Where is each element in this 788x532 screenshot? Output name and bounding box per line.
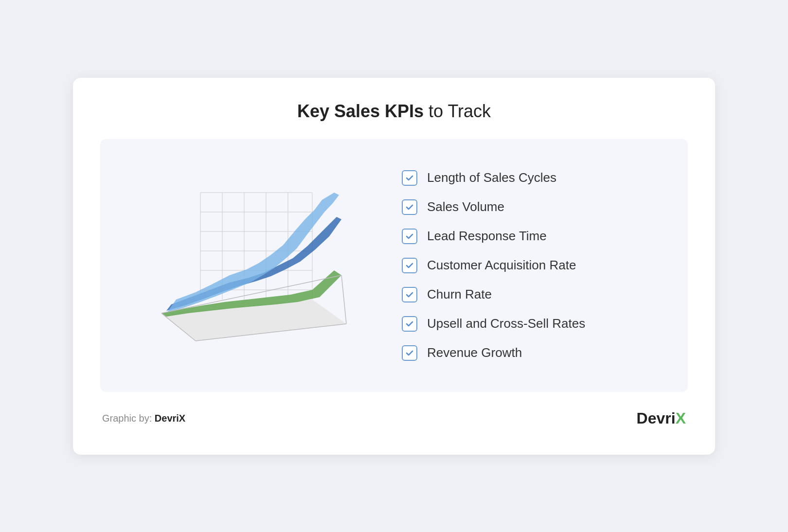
kpi-label-length-sales-cycles: Length of Sales Cycles — [427, 170, 556, 185]
kpi-label-sales-volume: Sales Volume — [427, 199, 504, 214]
logo-text: Devri — [637, 409, 676, 427]
check-box-length-sales-cycles — [402, 170, 417, 186]
chart-area — [127, 173, 371, 358]
chart-container — [132, 173, 366, 358]
main-card: Key Sales KPIs to Track — [73, 78, 715, 455]
kpi-item-length-sales-cycles: Length of Sales Cycles — [402, 170, 661, 186]
floor-line-right — [341, 275, 346, 324]
check-icon-length-sales-cycles — [405, 174, 414, 182]
check-box-upsell-cross-sell-rates — [402, 316, 417, 332]
check-box-revenue-growth — [402, 345, 417, 361]
kpi-item-revenue-growth: Revenue Growth — [402, 345, 661, 361]
kpi-label-customer-acquisition-rate: Customer Acquisition Rate — [427, 258, 576, 273]
check-icon-lead-response-time — [405, 232, 414, 241]
check-box-lead-response-time — [402, 229, 417, 244]
kpi-label-upsell-cross-sell-rates: Upsell and Cross-Sell Rates — [427, 316, 585, 331]
kpi-label-lead-response-time: Lead Response Time — [427, 229, 547, 244]
check-box-customer-acquisition-rate — [402, 258, 417, 273]
page-title: Key Sales KPIs to Track — [100, 101, 688, 122]
check-box-sales-volume — [402, 199, 417, 215]
kpi-item-churn-rate: Churn Rate — [402, 287, 661, 302]
logo-x: X — [676, 409, 686, 427]
check-icon-upsell-cross-sell-rates — [405, 319, 414, 328]
kpi-item-lead-response-time: Lead Response Time — [402, 229, 661, 244]
kpi-list: Length of Sales Cycles Sales Volume Lead… — [402, 170, 661, 361]
footer-credit: Graphic by: DevriX — [102, 413, 185, 424]
kpi-item-customer-acquisition-rate: Customer Acquisition Rate — [402, 258, 661, 273]
kpi-label-churn-rate: Churn Rate — [427, 287, 492, 302]
check-box-churn-rate — [402, 287, 417, 302]
check-icon-revenue-growth — [405, 349, 414, 357]
kpi-label-revenue-growth: Revenue Growth — [427, 345, 522, 360]
check-icon-sales-volume — [405, 203, 414, 212]
content-card: Length of Sales Cycles Sales Volume Lead… — [100, 139, 688, 392]
kpi-chart — [132, 173, 366, 358]
kpi-item-upsell-cross-sell-rates: Upsell and Cross-Sell Rates — [402, 316, 661, 332]
check-icon-churn-rate — [405, 290, 414, 299]
footer: Graphic by: DevriX DevriX — [100, 409, 688, 427]
check-icon-customer-acquisition-rate — [405, 261, 414, 270]
kpi-item-sales-volume: Sales Volume — [402, 199, 661, 215]
devrix-logo: DevriX — [637, 409, 686, 427]
